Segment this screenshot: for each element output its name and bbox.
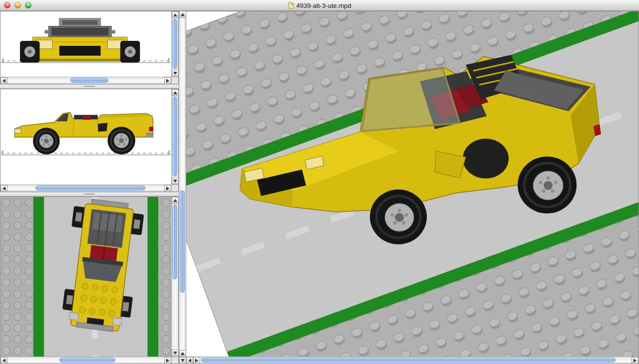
titlebar[interactable]: 4939-alt-3-ute.mpd — [0, 0, 639, 11]
scroll-left-button[interactable] — [186, 357, 193, 364]
windshield — [362, 68, 460, 131]
left-view-column — [0, 11, 179, 364]
hscroll-thumb[interactable] — [70, 78, 108, 83]
scrollbar-corner — [171, 357, 178, 364]
scroll-up-button[interactable] — [172, 89, 179, 96]
scroll-down-button[interactable] — [172, 70, 179, 77]
vscroll-thumb[interactable] — [180, 190, 185, 293]
scroll-left-button[interactable] — [0, 357, 7, 364]
scroll-right-button[interactable] — [164, 357, 171, 364]
side-view-vscrollbar[interactable] — [171, 89, 178, 184]
scroll-right-button[interactable] — [193, 357, 200, 364]
top-view-hscrollbar[interactable] — [0, 357, 171, 364]
window-controls — [4, 2, 31, 8]
front-view-hscrollbar[interactable] — [0, 77, 171, 84]
hscroll-thumb[interactable] — [59, 358, 115, 363]
scroll-right-button[interactable] — [164, 185, 171, 192]
pane-splitter[interactable] — [0, 84, 179, 89]
hscroll-thumb[interactable] — [35, 185, 145, 190]
vscroll-thumb[interactable] — [172, 19, 177, 69]
splitter-handle — [84, 193, 95, 195]
top-view-viewport[interactable] — [0, 197, 171, 357]
scrollbar-corner — [171, 184, 178, 191]
scrollbar-corner — [171, 77, 178, 84]
top-view-pane — [0, 196, 179, 364]
app-window: 4939-alt-3-ute.mpd — [0, 0, 639, 364]
scroll-up-button[interactable] — [179, 11, 186, 18]
top-view-render — [0, 197, 171, 357]
top-view-vscrollbar[interactable] — [171, 197, 178, 357]
scroll-left-button[interactable] — [0, 77, 7, 84]
pane-splitter[interactable] — [0, 192, 179, 196]
vscroll-thumb[interactable] — [172, 97, 177, 177]
front-view-render — [0, 11, 171, 77]
scroll-right-button[interactable] — [632, 357, 639, 364]
perspective-view-viewport[interactable] — [186, 11, 639, 357]
title-group: 4939-alt-3-ute.mpd — [0, 0, 639, 11]
scroll-down-button[interactable] — [172, 178, 179, 184]
close-button[interactable] — [4, 2, 10, 8]
front-view-viewport[interactable] — [0, 11, 171, 77]
scroll-up-button[interactable] — [172, 11, 179, 18]
minimize-button[interactable] — [14, 2, 21, 8]
window-title: 4939-alt-3-ute.mpd — [297, 2, 351, 9]
main-vstrip — [179, 11, 186, 364]
front-view-vscrollbar[interactable] — [171, 11, 178, 77]
front-left-wheel — [370, 189, 427, 244]
zoom-button[interactable] — [25, 2, 31, 8]
scroll-right-button[interactable] — [164, 77, 171, 84]
side-view-pane — [0, 89, 179, 192]
vscroll-thumb[interactable] — [172, 204, 177, 279]
scroll-down-button[interactable] — [179, 357, 186, 364]
document-icon — [288, 2, 294, 9]
side-view-viewport[interactable] — [0, 89, 171, 184]
hscroll-thumb[interactable] — [201, 358, 616, 363]
far-wheel — [463, 139, 509, 179]
main-view-hscrollbar[interactable] — [186, 357, 639, 364]
side-view-hscrollbar[interactable] — [0, 184, 171, 191]
scroll-down-button[interactable] — [172, 350, 179, 357]
rear-left-wheel — [518, 157, 577, 213]
scroll-left-button[interactable] — [0, 185, 7, 192]
main-view-vscrollbar[interactable] — [179, 11, 186, 364]
perspective-render — [186, 11, 639, 357]
scroll-up-button[interactable] — [172, 197, 179, 204]
scroll-up-button[interactable] — [179, 350, 186, 357]
side-view-render — [0, 89, 171, 184]
splitter-handle — [84, 86, 95, 87]
perspective-view-pane — [186, 11, 639, 364]
front-view-pane — [0, 11, 179, 84]
